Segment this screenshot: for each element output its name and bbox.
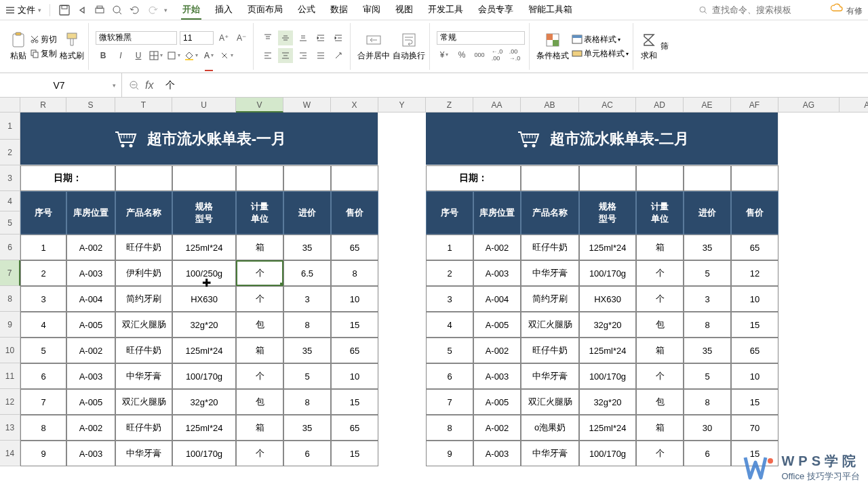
- table1-date-empty[interactable]: [331, 165, 378, 191]
- table1-r1c5[interactable]: 6.5: [283, 260, 331, 286]
- table2-r6c6[interactable]: 15: [731, 389, 778, 415]
- row-header-3[interactable]: 3: [0, 165, 20, 191]
- table2-title[interactable]: 超市流水账单表-二月: [426, 113, 778, 165]
- print-icon[interactable]: [94, 4, 106, 16]
- align-left-icon[interactable]: [260, 48, 275, 63]
- sum-button[interactable]: 求和: [640, 31, 658, 62]
- table2-date-empty[interactable]: [684, 165, 731, 191]
- row-header-10[interactable]: 10: [0, 338, 20, 363]
- table2-r7c6[interactable]: 70: [731, 415, 778, 441]
- justify-icon[interactable]: [313, 48, 328, 63]
- table2-r6c4[interactable]: 包: [636, 389, 684, 415]
- row-header-1[interactable]: 1: [0, 113, 20, 140]
- table1-r3c1[interactable]: A-005: [66, 312, 115, 338]
- table2-r1c5[interactable]: 5: [684, 260, 731, 286]
- table1-r4c1[interactable]: A-002: [66, 338, 115, 363]
- table1-r3c5[interactable]: 8: [283, 312, 331, 338]
- cell-style-button[interactable]: 单元格样式▾: [572, 48, 629, 60]
- table2-r1c3[interactable]: 100/170g: [579, 260, 636, 286]
- table2-r5c0[interactable]: 6: [426, 363, 473, 389]
- number-format-select[interactable]: [437, 31, 525, 45]
- table1-r4c6[interactable]: 65: [331, 338, 378, 363]
- tab-1[interactable]: 插入: [214, 1, 234, 20]
- table1-header-4[interactable]: 计量单位: [236, 191, 283, 235]
- table2-r7c5[interactable]: 30: [684, 415, 731, 441]
- table2-r1c1[interactable]: A-003: [473, 260, 521, 286]
- share-icon[interactable]: [76, 4, 88, 16]
- table2-r4c1[interactable]: A-002: [473, 338, 521, 363]
- table1-date-empty[interactable]: [283, 165, 331, 191]
- table2-r8c0[interactable]: 9: [426, 441, 473, 466]
- table1-header-5[interactable]: 进价: [283, 191, 331, 235]
- table1-r3c2[interactable]: 双汇火腿肠: [115, 312, 172, 338]
- table2-r6c0[interactable]: 7: [426, 389, 473, 415]
- table2-r0c0[interactable]: 1: [426, 235, 473, 260]
- align-middle-icon[interactable]: [278, 30, 293, 45]
- cell-shape-icon[interactable]: [166, 48, 181, 63]
- table1-r6c0[interactable]: 7: [20, 389, 66, 415]
- namebox-dropdown-icon[interactable]: ▾: [113, 82, 116, 89]
- table2-r2c4[interactable]: 个: [636, 286, 684, 312]
- increase-indent-icon[interactable]: [331, 30, 346, 45]
- table1-r6c3[interactable]: 32g*20: [172, 389, 236, 415]
- search-input[interactable]: [712, 5, 814, 15]
- table1-r0c2[interactable]: 旺仔牛奶: [115, 235, 172, 260]
- col-header-AB[interactable]: AB: [521, 98, 579, 113]
- table1-title[interactable]: 超市流水账单表-一月: [20, 113, 378, 165]
- table1-r1c0[interactable]: 2: [20, 260, 66, 286]
- table1-r7c6[interactable]: 65: [331, 415, 378, 441]
- table2-r1c4[interactable]: 个: [636, 260, 684, 286]
- table1-r5c0[interactable]: 6: [20, 363, 66, 389]
- table1-r7c1[interactable]: A-002: [66, 415, 115, 441]
- orientation-icon[interactable]: [331, 48, 346, 63]
- table1-r2c2[interactable]: 简约牙刷: [115, 286, 172, 312]
- table2-r1c6[interactable]: 12: [731, 260, 778, 286]
- table2-r8c5[interactable]: 6: [684, 441, 731, 466]
- table1-r1c6[interactable]: 8: [331, 260, 378, 286]
- row-header-6[interactable]: 6: [0, 235, 20, 260]
- table1-r4c3[interactable]: 125ml*24: [172, 338, 236, 363]
- save-icon[interactable]: [58, 4, 71, 16]
- filter-button[interactable]: 筛: [660, 41, 669, 52]
- table2-header-3[interactable]: 规格型号: [579, 191, 636, 235]
- row-header-12[interactable]: 12: [0, 389, 20, 415]
- col-header-T[interactable]: T: [115, 98, 172, 113]
- table1-r2c6[interactable]: 10: [331, 286, 378, 312]
- conditional-format-button[interactable]: 条件格式: [536, 31, 569, 62]
- col-header-AH[interactable]: AH: [840, 98, 868, 113]
- table1-r8c0[interactable]: 9: [20, 441, 66, 466]
- tab-5[interactable]: 审阅: [361, 1, 382, 20]
- merge-button[interactable]: 合并居中: [357, 31, 390, 62]
- table2-r3c5[interactable]: 8: [684, 312, 731, 338]
- table2-r8c1[interactable]: A-003: [473, 441, 521, 466]
- table1-r2c0[interactable]: 3: [20, 286, 66, 312]
- paste-button[interactable]: 粘贴: [9, 31, 27, 62]
- table2-r4c5[interactable]: 35: [684, 338, 731, 363]
- align-bottom-icon[interactable]: [296, 30, 311, 45]
- table1-r0c6[interactable]: 65: [331, 235, 378, 260]
- table1-r5c4[interactable]: 个: [236, 363, 283, 389]
- table1-r1c3[interactable]: 100/250g: [172, 260, 236, 286]
- table2-r5c1[interactable]: A-003: [473, 363, 521, 389]
- table1-r2c4[interactable]: 个: [236, 286, 283, 312]
- table1-r5c5[interactable]: 5: [283, 363, 331, 389]
- table2-r0c4[interactable]: 箱: [636, 235, 684, 260]
- table1-header-2[interactable]: 产品名称: [115, 191, 172, 235]
- tab-8[interactable]: 会员专享: [477, 1, 515, 20]
- qat-more-icon[interactable]: ▾: [164, 7, 167, 14]
- table2-r0c1[interactable]: A-002: [473, 235, 521, 260]
- table1-r5c2[interactable]: 中华牙膏: [115, 363, 172, 389]
- table2-header-4[interactable]: 计量单位: [636, 191, 684, 235]
- table2-r5c2[interactable]: 中华牙膏: [521, 363, 579, 389]
- tab-4[interactable]: 数据: [329, 1, 349, 20]
- table2-r7c4[interactable]: 箱: [636, 415, 684, 441]
- wrap-button[interactable]: 自动换行: [393, 31, 425, 62]
- table1-r1c1[interactable]: A-003: [66, 260, 115, 286]
- undo-icon[interactable]: [129, 4, 141, 16]
- col-header-U[interactable]: U: [172, 98, 236, 113]
- table2-r4c2[interactable]: 旺仔牛奶: [521, 338, 579, 363]
- table2-r3c1[interactable]: A-005: [473, 312, 521, 338]
- zoom-out-icon[interactable]: [129, 80, 140, 91]
- table1-r7c0[interactable]: 8: [20, 415, 66, 441]
- table2-date-empty[interactable]: [731, 165, 778, 191]
